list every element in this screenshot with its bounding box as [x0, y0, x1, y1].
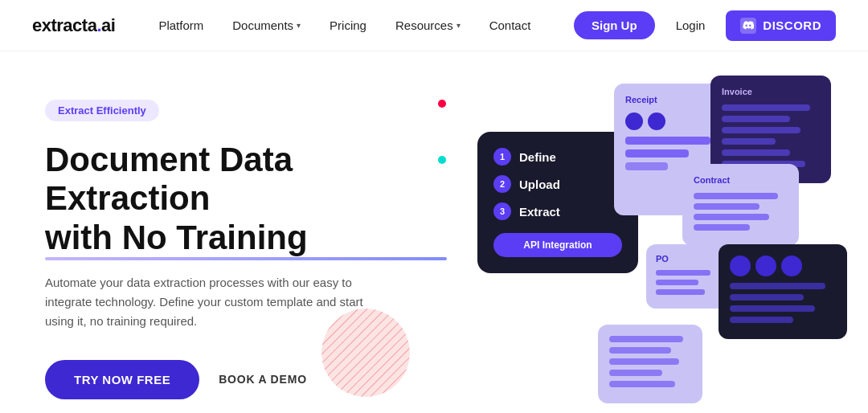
nav-links: Platform Documents ▾ Pricing Resources ▾…	[147, 12, 574, 39]
step-extract: 3 Extract	[493, 202, 622, 220]
navbar: extracta.ai Platform Documents ▾ Pricing…	[0, 0, 868, 51]
login-button[interactable]: Login	[665, 11, 717, 39]
logo[interactable]: extracta.ai	[32, 15, 115, 36]
nav-item-resources[interactable]: Resources ▾	[384, 12, 472, 39]
api-integration-button[interactable]: API Integration	[493, 233, 622, 257]
dot-red-decoration	[438, 100, 446, 108]
discord-icon	[740, 18, 756, 34]
card-contract: Contract	[682, 164, 799, 246]
discord-button[interactable]: DISCORD	[726, 10, 836, 41]
doc-scene: 1 Define 2 Upload 3 Extract API Integrat…	[461, 67, 847, 413]
decorative-circle	[321, 309, 410, 397]
hero-title: Document Data Extraction with No Trainin…	[45, 141, 447, 257]
logo-text: extracta.ai	[32, 15, 115, 36]
card-light-bottom	[598, 325, 702, 403]
chevron-down-icon: ▾	[297, 21, 301, 30]
nav-item-platform[interactable]: Platform	[147, 12, 215, 39]
hero-badge: Extract Efficiently	[45, 100, 159, 121]
card-po: PO	[646, 244, 727, 309]
nav-right: Sign Up Login DISCORD	[574, 10, 836, 41]
step-define: 1 Define	[493, 148, 622, 166]
nav-item-contact[interactable]: Contact	[478, 12, 542, 39]
try-now-button[interactable]: TRY NOW FREE	[45, 360, 199, 399]
nav-item-pricing[interactable]: Pricing	[318, 12, 378, 39]
hero-illustration: 1 Define 2 Upload 3 Extract API Integrat…	[447, 84, 823, 413]
card-dark-bottomright	[719, 244, 847, 339]
step-upload: 2 Upload	[493, 175, 622, 193]
book-demo-button[interactable]: BOOK A DEMO	[219, 373, 307, 386]
dot-teal-decoration	[438, 156, 446, 164]
hero-description: Automate your data extraction processes …	[45, 273, 383, 331]
hero-section: Extract Efficiently Document Data Extrac…	[0, 51, 868, 413]
nav-item-documents[interactable]: Documents ▾	[221, 12, 312, 39]
signup-button[interactable]: Sign Up	[574, 11, 655, 39]
chevron-down-icon: ▾	[457, 21, 461, 30]
svg-point-2	[321, 309, 410, 397]
